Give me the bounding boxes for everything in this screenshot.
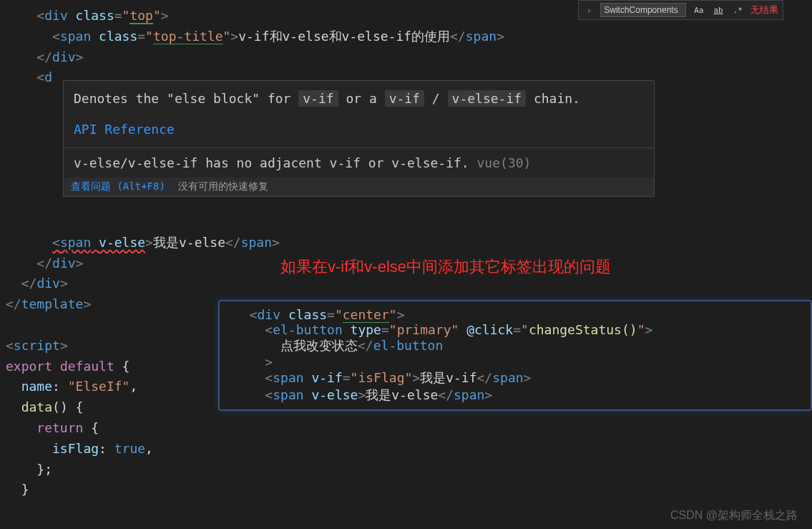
view-problem-link[interactable]: 查看问题 (Alt+F8) [71,180,165,193]
annotation-text: 如果在v-if和v-else中间添加其它标签出现的问题 [280,256,611,278]
code-line[interactable]: <span v-else>我是v-else</span> [220,387,811,404]
search-widget[interactable]: › Aa ab .* 无结果 [578,0,783,20]
code-line[interactable]: <el-button type="primary" @click="change… [220,322,811,337]
code-line[interactable]: </div> [0,47,812,68]
code-line[interactable]: <span v-else>我是v-else</span> [0,233,812,253]
code-line[interactable]: <span class="top-title">v-if和v-else和v-el… [0,26,812,47]
hover-diagnostic: v-else/v-else-if has no adjacent v-if or… [64,147,654,178]
code-line[interactable] [0,212,812,233]
code-line[interactable]: } [0,480,812,500]
hover-description: Denotes the "else block" for v-if or a v… [64,81,654,147]
code-editor[interactable]: <div class="top"> <span class="top-title… [0,0,812,506]
case-sensitive-icon[interactable]: Aa [692,5,705,16]
code-line[interactable]: 点我改变状态</el-button [220,337,811,354]
whole-word-icon[interactable]: ab [712,5,725,16]
code-line[interactable]: }; [0,460,812,480]
code-line[interactable]: <span v-if="isFlag">我是v-if</span> [220,369,811,387]
code-line[interactable]: isFlag: true, [0,439,812,460]
regex-icon[interactable]: .* [731,5,745,16]
hover-footer: 查看问题 (Alt+F8) 没有可用的快速修复 [64,178,654,196]
inset-code-snippet: <div class="center"> <el-button type="pr… [218,300,812,411]
no-results-text: 无结果 [750,4,778,16]
code-line[interactable]: > [220,354,811,369]
chevron-right-icon[interactable]: › [583,5,595,16]
search-input[interactable] [600,3,686,17]
quickfix-text: 没有可用的快速修复 [178,180,268,193]
hover-tooltip: Denotes the "else block" for v-if or a v… [63,80,655,197]
code-line[interactable]: <div class="center"> [220,307,811,322]
code-line[interactable]: return { [0,418,812,439]
watermark: CSDN @架构师全栈之路 [670,508,798,523]
api-reference-link[interactable]: API Reference [74,119,644,141]
